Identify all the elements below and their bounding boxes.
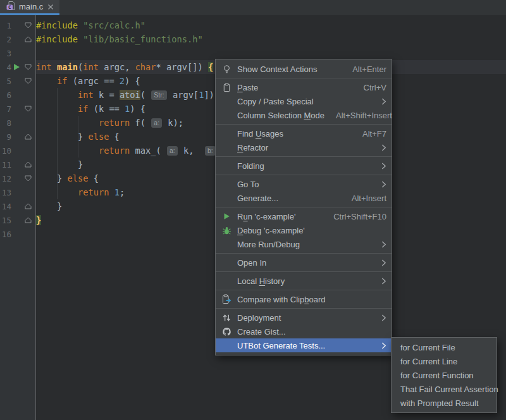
debug-icon [221, 226, 232, 235]
line-number: 14 [1, 202, 11, 211]
code-text[interactable]: #include "lib/basic_functions.h" [36, 32, 506, 46]
menu-item-more-run-debug[interactable]: More Run/Debug [216, 237, 392, 251]
menu-item-compare-with-clipboard[interactable]: Compare with Clipboard [216, 292, 392, 306]
gutter-line-12: 12 [0, 171, 36, 185]
token-txt: f( [130, 118, 151, 128]
menu-item-local-history[interactable]: Local History [216, 274, 392, 288]
code-text[interactable] [36, 46, 506, 60]
token-txt [36, 76, 57, 86]
token-kw: if [57, 76, 67, 86]
fold-up-icon[interactable] [22, 217, 34, 223]
token-txt [52, 62, 57, 72]
token-txt [36, 187, 78, 197]
menu-item-label: for Current File [400, 343, 455, 352]
menu-separator [216, 271, 392, 272]
fold-up-icon[interactable] [22, 36, 34, 42]
menu-item-label: More Run/Debug [237, 240, 300, 249]
menu-item-utbot-generate-tests[interactable]: UTBot Generate Tests... [216, 338, 392, 352]
token-kw: if [78, 104, 88, 114]
token-kw: return [99, 145, 130, 156]
submenu-arrow-icon [381, 163, 386, 170]
token-txt: k = [94, 90, 120, 100]
token-num: 1 [114, 187, 120, 197]
code-line-2[interactable]: 2#include "lib/basic_functions.h" [0, 32, 506, 46]
gutter-line-6: 6 [0, 88, 36, 102]
fold-up-icon[interactable] [22, 203, 34, 209]
menu-item-go-to[interactable]: Go To [216, 177, 392, 191]
menu-item-folding[interactable]: Folding [216, 159, 392, 173]
fold-down-icon[interactable] [22, 22, 34, 28]
gutter-line-9: 9 [0, 130, 36, 144]
line-number: 12 [1, 174, 11, 183]
gutter-line-16: 16 [0, 227, 36, 241]
menu-item-label: Folding [237, 161, 264, 171]
line-number: 16 [1, 230, 11, 239]
submenu-item-for-current-line[interactable]: for Current Line [392, 354, 497, 368]
menu-item-label: Refactor [237, 143, 268, 152]
menu-item-deployment[interactable]: Deployment [216, 311, 392, 324]
menu-shortcut: Alt+Enter [352, 65, 386, 74]
menu-item-label: Deployment [237, 313, 281, 323]
parameter-hint-chip: Str: [151, 90, 166, 100]
line-number: 11 [1, 160, 11, 170]
fold-down-icon[interactable] [22, 175, 34, 182]
fold-down-icon[interactable] [22, 106, 34, 112]
token-txt [36, 118, 99, 128]
gutter-line-13: 13 [0, 185, 36, 199]
menu-item-paste[interactable]: PasteCtrl+V [216, 80, 392, 94]
token-kw: int [36, 62, 52, 72]
menu-item-generate[interactable]: Generate...Alt+Insert [216, 191, 392, 205]
menu-item-create-gist[interactable]: Create Gist... [216, 324, 392, 338]
run-gutter-icon[interactable] [11, 63, 22, 71]
line-number: 6 [1, 90, 11, 100]
menu-item-column-selection-mode[interactable]: Column Selection ModeAlt+Shift+Insert [216, 108, 392, 122]
menu-separator [216, 175, 392, 175]
code-line-3[interactable]: 3 [0, 46, 506, 60]
gutter-line-14: 14 [0, 199, 36, 213]
code-text[interactable]: #include "src/calc.h" [36, 18, 506, 32]
token-txt [36, 90, 78, 100]
fold-down-icon[interactable] [22, 78, 34, 84]
menu-item-label: Run 'c-example' [237, 212, 295, 221]
menu-item-debug-c-example[interactable]: Debug 'c-example' [216, 223, 392, 237]
menu-item-label: Show Context Actions [237, 65, 317, 74]
code-line-1[interactable]: 1#include "src/calc.h" [0, 18, 506, 32]
token-txt: (k == [88, 104, 125, 114]
tab-main-c[interactable]: C main.c [0, 0, 59, 15]
submenu-item-for-current-function[interactable]: for Current Function [392, 368, 497, 382]
fold-up-icon[interactable] [22, 133, 34, 140]
gutter-line-10: 10 [0, 144, 36, 158]
line-number: 3 [1, 49, 11, 58]
menu-item-open-in[interactable]: Open In [216, 256, 392, 269]
svg-text:C: C [8, 4, 11, 10]
submenu-item-with-prompted-result[interactable]: with Prompted Result [392, 396, 497, 410]
menu-item-copy-paste-special[interactable]: Copy / Paste Special [216, 94, 392, 108]
menu-item-find-usages[interactable]: Find UsagesAlt+F7 [216, 127, 392, 140]
token-str: "src/calc.h" [83, 20, 145, 30]
submenu-item-for-current-file[interactable]: for Current File [392, 340, 497, 354]
menu-item-refactor[interactable]: Refactor [216, 140, 392, 154]
menu-item-label: Paste [237, 83, 258, 92]
line-number: 2 [1, 35, 11, 44]
menu-separator [216, 124, 392, 125]
line-number: 9 [1, 132, 11, 142]
menu-item-label: Open In [237, 258, 266, 268]
menu-item-run-c-example[interactable]: Run 'c-example'Ctrl+Shift+F10 [216, 209, 392, 223]
tab-close-icon[interactable] [47, 4, 54, 10]
paste-icon [221, 83, 232, 92]
gutter-line-11: 11 [0, 158, 36, 171]
menu-item-label: Debug 'c-example' [237, 226, 305, 235]
submenu-arrow-icon [381, 342, 386, 349]
menu-item-label: for Current Function [400, 371, 474, 380]
menu-item-label: Find Usages [237, 129, 283, 139]
fold-up-icon[interactable] [22, 161, 34, 168]
compare-clipboard-icon [221, 294, 232, 304]
fold-down-icon[interactable] [22, 64, 34, 70]
menu-item-show-context-actions[interactable]: Show Context ActionsAlt+Enter [216, 62, 392, 76]
token-txt: argc, [99, 62, 135, 72]
token-kw: char [135, 62, 156, 72]
menu-item-label: Go To [237, 180, 259, 189]
token-txt [78, 34, 83, 44]
submenu-item-that-fail-current-assertion[interactable]: That Fail Current Assertion [392, 382, 497, 396]
token-txt: ; [120, 187, 125, 197]
